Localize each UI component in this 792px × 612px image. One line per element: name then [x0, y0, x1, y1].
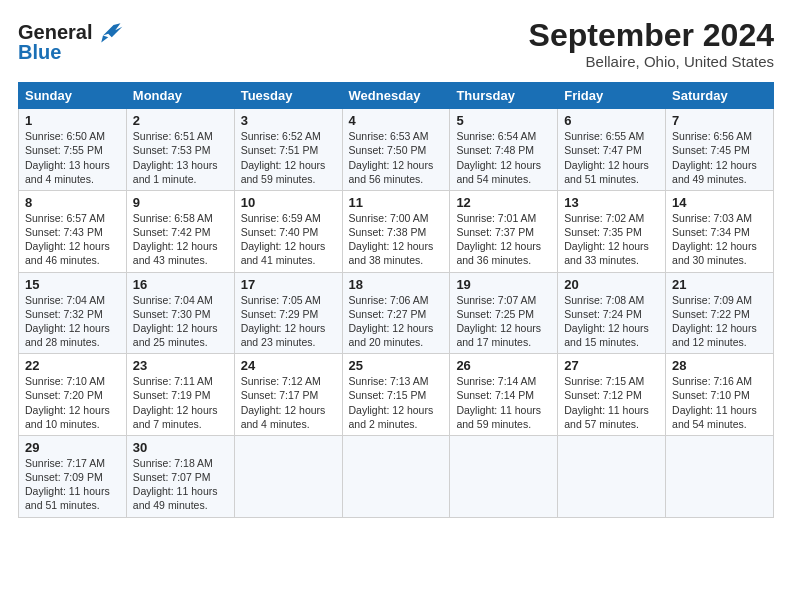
- calendar-title: September 2024: [529, 18, 774, 53]
- table-cell: [666, 435, 774, 517]
- table-cell: 14Sunrise: 7:03 AMSunset: 7:34 PMDayligh…: [666, 190, 774, 272]
- day-detail: Sunrise: 6:59 AMSunset: 7:40 PMDaylight:…: [241, 212, 326, 267]
- day-number: 2: [133, 113, 228, 128]
- table-cell: 28Sunrise: 7:16 AMSunset: 7:10 PMDayligh…: [666, 354, 774, 436]
- table-row: 22Sunrise: 7:10 AMSunset: 7:20 PMDayligh…: [19, 354, 774, 436]
- table-cell: 8Sunrise: 6:57 AMSunset: 7:43 PMDaylight…: [19, 190, 127, 272]
- table-cell: [450, 435, 558, 517]
- day-number: 26: [456, 358, 551, 373]
- day-number: 23: [133, 358, 228, 373]
- day-detail: Sunrise: 6:53 AMSunset: 7:50 PMDaylight:…: [349, 130, 434, 185]
- table-cell: 12Sunrise: 7:01 AMSunset: 7:37 PMDayligh…: [450, 190, 558, 272]
- day-number: 3: [241, 113, 336, 128]
- table-row: 29Sunrise: 7:17 AMSunset: 7:09 PMDayligh…: [19, 435, 774, 517]
- table-cell: [558, 435, 666, 517]
- day-number: 6: [564, 113, 659, 128]
- table-cell: 15Sunrise: 7:04 AMSunset: 7:32 PMDayligh…: [19, 272, 127, 354]
- calendar-subtitle: Bellaire, Ohio, United States: [529, 53, 774, 70]
- day-number: 12: [456, 195, 551, 210]
- day-detail: Sunrise: 6:51 AMSunset: 7:53 PMDaylight:…: [133, 130, 218, 185]
- table-cell: 6Sunrise: 6:55 AMSunset: 7:47 PMDaylight…: [558, 109, 666, 191]
- day-number: 16: [133, 277, 228, 292]
- table-cell: 13Sunrise: 7:02 AMSunset: 7:35 PMDayligh…: [558, 190, 666, 272]
- day-number: 21: [672, 277, 767, 292]
- calendar-table: Sunday Monday Tuesday Wednesday Thursday…: [18, 82, 774, 517]
- day-detail: Sunrise: 7:04 AMSunset: 7:30 PMDaylight:…: [133, 294, 218, 349]
- col-tuesday: Tuesday: [234, 83, 342, 109]
- day-number: 27: [564, 358, 659, 373]
- day-number: 15: [25, 277, 120, 292]
- table-cell: 5Sunrise: 6:54 AMSunset: 7:48 PMDaylight…: [450, 109, 558, 191]
- day-detail: Sunrise: 6:50 AMSunset: 7:55 PMDaylight:…: [25, 130, 110, 185]
- day-number: 29: [25, 440, 120, 455]
- table-row: 1Sunrise: 6:50 AMSunset: 7:55 PMDaylight…: [19, 109, 774, 191]
- table-cell: 27Sunrise: 7:15 AMSunset: 7:12 PMDayligh…: [558, 354, 666, 436]
- table-cell: 30Sunrise: 7:18 AMSunset: 7:07 PMDayligh…: [126, 435, 234, 517]
- table-cell: 17Sunrise: 7:05 AMSunset: 7:29 PMDayligh…: [234, 272, 342, 354]
- day-number: 7: [672, 113, 767, 128]
- day-detail: Sunrise: 7:07 AMSunset: 7:25 PMDaylight:…: [456, 294, 541, 349]
- header-row: Sunday Monday Tuesday Wednesday Thursday…: [19, 83, 774, 109]
- day-number: 1: [25, 113, 120, 128]
- day-detail: Sunrise: 7:18 AMSunset: 7:07 PMDaylight:…: [133, 457, 218, 512]
- day-detail: Sunrise: 6:55 AMSunset: 7:47 PMDaylight:…: [564, 130, 649, 185]
- table-cell: 23Sunrise: 7:11 AMSunset: 7:19 PMDayligh…: [126, 354, 234, 436]
- day-detail: Sunrise: 6:54 AMSunset: 7:48 PMDaylight:…: [456, 130, 541, 185]
- table-cell: 11Sunrise: 7:00 AMSunset: 7:38 PMDayligh…: [342, 190, 450, 272]
- day-detail: Sunrise: 6:57 AMSunset: 7:43 PMDaylight:…: [25, 212, 110, 267]
- title-area: September 2024 Bellaire, Ohio, United St…: [529, 18, 774, 70]
- table-cell: 18Sunrise: 7:06 AMSunset: 7:27 PMDayligh…: [342, 272, 450, 354]
- day-detail: Sunrise: 7:14 AMSunset: 7:14 PMDaylight:…: [456, 375, 541, 430]
- day-detail: Sunrise: 7:13 AMSunset: 7:15 PMDaylight:…: [349, 375, 434, 430]
- table-cell: 2Sunrise: 6:51 AMSunset: 7:53 PMDaylight…: [126, 109, 234, 191]
- day-detail: Sunrise: 7:08 AMSunset: 7:24 PMDaylight:…: [564, 294, 649, 349]
- table-row: 15Sunrise: 7:04 AMSunset: 7:32 PMDayligh…: [19, 272, 774, 354]
- table-cell: 21Sunrise: 7:09 AMSunset: 7:22 PMDayligh…: [666, 272, 774, 354]
- table-cell: 22Sunrise: 7:10 AMSunset: 7:20 PMDayligh…: [19, 354, 127, 436]
- table-cell: 16Sunrise: 7:04 AMSunset: 7:30 PMDayligh…: [126, 272, 234, 354]
- day-number: 17: [241, 277, 336, 292]
- day-detail: Sunrise: 7:02 AMSunset: 7:35 PMDaylight:…: [564, 212, 649, 267]
- day-number: 20: [564, 277, 659, 292]
- col-monday: Monday: [126, 83, 234, 109]
- table-cell: 25Sunrise: 7:13 AMSunset: 7:15 PMDayligh…: [342, 354, 450, 436]
- day-number: 22: [25, 358, 120, 373]
- table-cell: 9Sunrise: 6:58 AMSunset: 7:42 PMDaylight…: [126, 190, 234, 272]
- day-number: 5: [456, 113, 551, 128]
- day-number: 30: [133, 440, 228, 455]
- day-number: 9: [133, 195, 228, 210]
- day-number: 28: [672, 358, 767, 373]
- table-cell: [342, 435, 450, 517]
- table-cell: 19Sunrise: 7:07 AMSunset: 7:25 PMDayligh…: [450, 272, 558, 354]
- table-cell: 7Sunrise: 6:56 AMSunset: 7:45 PMDaylight…: [666, 109, 774, 191]
- day-detail: Sunrise: 7:03 AMSunset: 7:34 PMDaylight:…: [672, 212, 757, 267]
- day-detail: Sunrise: 7:05 AMSunset: 7:29 PMDaylight:…: [241, 294, 326, 349]
- day-number: 18: [349, 277, 444, 292]
- table-cell: 26Sunrise: 7:14 AMSunset: 7:14 PMDayligh…: [450, 354, 558, 436]
- day-detail: Sunrise: 6:56 AMSunset: 7:45 PMDaylight:…: [672, 130, 757, 185]
- table-cell: 24Sunrise: 7:12 AMSunset: 7:17 PMDayligh…: [234, 354, 342, 436]
- day-number: 25: [349, 358, 444, 373]
- col-thursday: Thursday: [450, 83, 558, 109]
- day-detail: Sunrise: 7:00 AMSunset: 7:38 PMDaylight:…: [349, 212, 434, 267]
- day-detail: Sunrise: 7:10 AMSunset: 7:20 PMDaylight:…: [25, 375, 110, 430]
- table-cell: 29Sunrise: 7:17 AMSunset: 7:09 PMDayligh…: [19, 435, 127, 517]
- day-detail: Sunrise: 7:06 AMSunset: 7:27 PMDaylight:…: [349, 294, 434, 349]
- day-number: 10: [241, 195, 336, 210]
- col-friday: Friday: [558, 83, 666, 109]
- table-cell: [234, 435, 342, 517]
- day-detail: Sunrise: 7:09 AMSunset: 7:22 PMDaylight:…: [672, 294, 757, 349]
- day-detail: Sunrise: 7:16 AMSunset: 7:10 PMDaylight:…: [672, 375, 757, 430]
- table-cell: 4Sunrise: 6:53 AMSunset: 7:50 PMDaylight…: [342, 109, 450, 191]
- day-detail: Sunrise: 7:01 AMSunset: 7:37 PMDaylight:…: [456, 212, 541, 267]
- table-cell: 1Sunrise: 6:50 AMSunset: 7:55 PMDaylight…: [19, 109, 127, 191]
- day-number: 8: [25, 195, 120, 210]
- logo-general: General: [18, 22, 92, 42]
- day-number: 19: [456, 277, 551, 292]
- header: General Blue September 2024 Bellaire, Oh…: [18, 18, 774, 70]
- logo-blue: Blue: [18, 42, 61, 62]
- day-detail: Sunrise: 6:58 AMSunset: 7:42 PMDaylight:…: [133, 212, 218, 267]
- logo: General Blue: [18, 18, 124, 62]
- day-detail: Sunrise: 7:11 AMSunset: 7:19 PMDaylight:…: [133, 375, 218, 430]
- page: General Blue September 2024 Bellaire, Oh…: [0, 0, 792, 528]
